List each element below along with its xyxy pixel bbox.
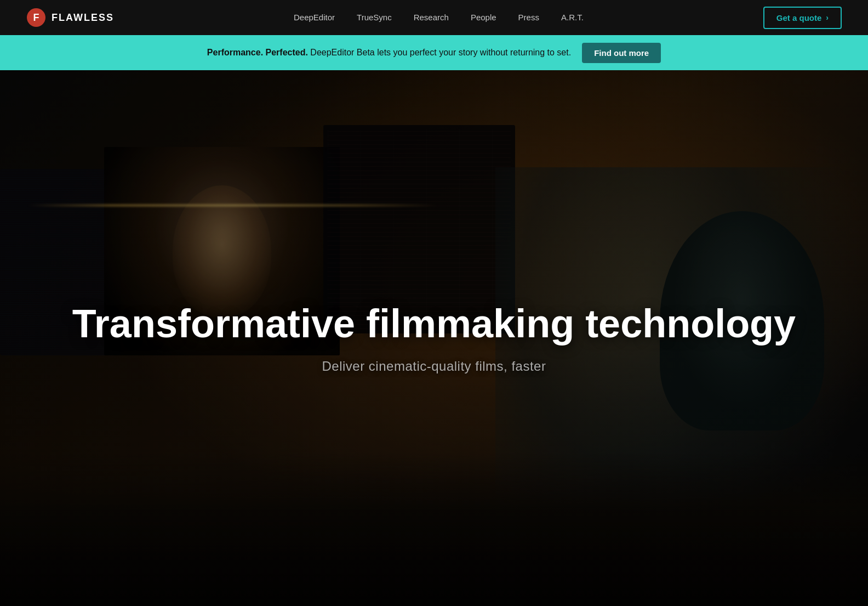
hero-title: Transformative filmmaking technology (72, 302, 796, 346)
announcement-banner: Performance. Perfected. DeepEditor Beta … (0, 35, 868, 70)
logo-text: FLAWLESS (52, 12, 114, 24)
nav-research[interactable]: Research (414, 13, 449, 22)
nav-truesync[interactable]: TrueSync (357, 13, 392, 22)
hero-bottom-overlay (0, 496, 868, 606)
nav-people[interactable]: People (471, 13, 496, 22)
svg-text:F: F (33, 12, 39, 23)
hero-subtitle: Deliver cinematic-quality films, faster (72, 359, 796, 374)
flawless-logo-icon: F (26, 8, 46, 27)
hero-content: Transformative filmmaking technology Del… (50, 302, 818, 374)
get-quote-arrow-icon: › (826, 13, 829, 22)
banner-body-text: DeepEditor Beta lets you perfect your st… (308, 48, 571, 57)
banner-message: Performance. Perfected. DeepEditor Beta … (207, 48, 571, 58)
navbar: F FLAWLESS DeepEditor TrueSync Research … (0, 0, 868, 35)
nav-deep-editor[interactable]: DeepEditor (294, 13, 335, 22)
nav-press[interactable]: Press (518, 13, 539, 22)
find-out-more-button[interactable]: Find out more (582, 43, 661, 63)
get-quote-label: Get a quote (776, 13, 822, 22)
nav-art[interactable]: A.R.T. (561, 13, 584, 22)
get-quote-button[interactable]: Get a quote › (763, 7, 842, 29)
hero-section: Transformative filmmaking technology Del… (0, 70, 868, 606)
nav-links: DeepEditor TrueSync Research People Pres… (294, 13, 584, 22)
logo-link[interactable]: F FLAWLESS (26, 8, 114, 27)
banner-bold-text: Performance. Perfected. (207, 48, 308, 57)
